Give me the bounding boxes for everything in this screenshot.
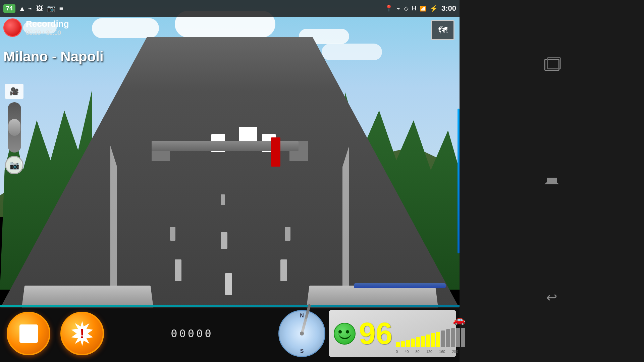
zoom-thumb[interactable] [8,119,20,136]
lane-mark [225,273,232,295]
speed-panel: 96 🚗 [329,310,456,357]
time-display: 3:00 [441,4,456,13]
stop-icon [19,324,38,343]
speed-details: 🚗 [396,314,465,354]
signal-icon: ◇ [404,5,409,12]
camera-button[interactable]: 🎥 [5,84,23,99]
lane-mark [221,232,228,249]
signal-bars-icon: 📶 [420,5,426,12]
lane-mark [175,259,182,281]
video-icon: 📷 [47,4,55,12]
speed-bar [416,337,420,347]
navigation-icon: ▲ [19,5,25,12]
dashcam-view: 74 ▲ ⌁ 🖼 📷 ≡ 📍 ⌁ ◇ H 📶 ⚡ 3:00 Recording … [0,0,460,362]
compass-south: S [300,348,304,354]
speed-bars [396,327,465,347]
camera-controls[interactable]: 🎥 📷 [5,84,23,174]
speed-bar [421,336,425,347]
speed-bar [436,332,440,347]
back-button[interactable]: ↩ [538,287,565,307]
home-button[interactable] [538,171,565,191]
bluetooth-icon: ⌁ [28,4,32,12]
recording-time: 00:20 / 30:00 [26,29,69,37]
scale-120: 120 [426,350,432,354]
lane-mark [221,194,225,205]
battery-icon: ⚡ [430,4,438,12]
compass: N S [278,310,325,357]
lane-mark [280,259,287,281]
recording-label: Recording [26,19,69,29]
scale-200: 200 [452,350,458,354]
recent-apps-button[interactable] [538,55,565,75]
compass-center [300,331,304,336]
speed-bar [426,335,430,347]
menu-icon: ≡ [59,5,63,12]
location-icon: 📍 [385,4,393,12]
stop-button[interactable] [7,312,50,355]
speed-bar-inactive [456,328,460,347]
speed-bar-inactive [461,328,465,347]
home-icon [544,178,559,184]
snapshot-button[interactable]: 📷 [5,156,23,174]
speed-bar-inactive [446,329,450,347]
speed-bar [401,341,405,347]
car-icon: 🚗 [396,314,465,325]
guardrail-right [354,283,446,288]
speed-bar [431,333,435,347]
mood-indicator [334,323,356,345]
picture-icon: 🖼 [36,5,43,12]
needle-north [305,304,311,319]
road-sign [271,137,280,166]
scroll-indicator [458,109,460,253]
recent-apps-icon [544,59,559,71]
compass-north: N [300,313,304,319]
speed-bar [406,340,410,347]
speed-bar-inactive [451,328,455,347]
map-button[interactable]: 🗺 [431,20,454,40]
speed-scale: 0 40 80 120 160 200 [396,350,465,354]
speed-value: 96 [359,318,392,349]
odometer: 00000 [109,327,275,340]
bluetooth2-icon: ⌁ [396,4,400,12]
scale-0: 0 [396,350,398,354]
compass-needle [301,304,311,334]
recording-panel: Recording 00:20 / 30:00 [3,18,69,37]
cloud [322,44,382,60]
recording-dot [3,18,22,37]
odometer-value: 00000 [171,327,213,340]
scale-80: 80 [415,350,419,354]
speed-bar-inactive [441,330,445,347]
speed-bar [396,342,400,347]
status-bar: 74 ▲ ⌁ 🖼 📷 ≡ 📍 ⌁ ◇ H 📶 ⚡ 3:00 [0,0,460,17]
h-icon: H [412,5,416,12]
lane-mark [170,227,175,241]
scale-40: 40 [405,350,409,354]
speed-bar [411,339,415,347]
scale-160: 160 [439,350,445,354]
battery-badge: 74 [3,4,15,13]
zoom-slider[interactable] [8,102,21,153]
bottom-bar: ! 00000 N S 96 🚗 [0,305,460,362]
route-name: Milano - Napoli [3,49,104,65]
alert-button[interactable]: ! [60,312,104,355]
alert-exclamation: ! [80,326,84,341]
recording-info: Recording 00:20 / 30:00 [26,19,69,36]
cloud [92,18,159,38]
lane-mark [285,227,290,241]
back-icon: ↩ [546,290,557,305]
status-bar-right: 📍 ⌁ ◇ H 📶 ⚡ 3:00 [385,4,456,13]
android-nav-sidebar: ↩ [460,0,644,362]
